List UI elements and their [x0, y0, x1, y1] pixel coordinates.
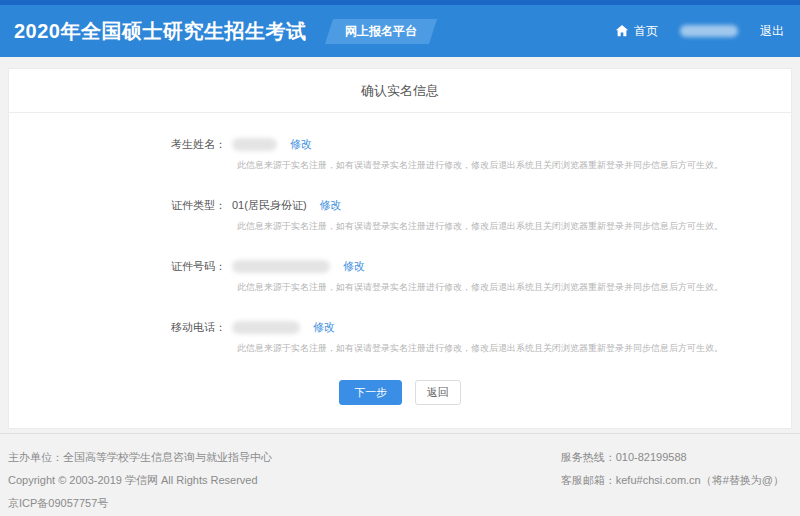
idtype-label: 证件类型： [9, 198, 226, 213]
site-title: 2020年全国硕士研究生招生考试 [14, 18, 307, 45]
name-hint: 此信息来源于实名注册，如有误请登录实名注册进行修改，修改后退出系统且关闭浏览器重… [237, 159, 771, 171]
idtype-hint: 此信息来源于实名注册，如有误请登录实名注册进行修改，修改后退出系统且关闭浏览器重… [237, 220, 771, 232]
logout-link[interactable]: 退出 [760, 23, 784, 40]
footer-left: 主办单位：全国高等学校学生信息咨询与就业指导中心 Copyright © 200… [8, 446, 272, 516]
name-value-redacted [232, 138, 277, 151]
platform-badge: 网上报名平台 [324, 19, 436, 44]
idtype-value: 01(居民身份证) [232, 198, 307, 213]
idtype-modify-link[interactable]: 修改 [320, 198, 342, 213]
header: 2020年全国硕士研究生招生考试 网上报名平台 首页 退出 [0, 5, 800, 57]
phone-hint: 此信息来源于实名注册，如有误请登录实名注册进行修改，修改后退出系统且关闭浏览器重… [237, 342, 771, 354]
nav-home-label: 首页 [634, 23, 658, 40]
footer-email: 客服邮箱：kefu#chsi.com.cn（将#替换为@） [561, 469, 784, 492]
footer-copyright: Copyright © 2003-2019 学信网 All Rights Res… [8, 469, 272, 492]
footer-icp: 京ICP备09057757号 [8, 492, 272, 515]
field-row-name: 考生姓名： 修改 此信息来源于实名注册，如有误请登录实名注册进行修改，修改后退出… [9, 136, 791, 171]
phone-label: 移动电话： [9, 320, 226, 335]
idnumber-hint: 此信息来源于实名注册，如有误请登录实名注册进行修改，修改后退出系统且关闭浏览器重… [237, 281, 771, 293]
idnumber-modify-link[interactable]: 修改 [343, 259, 365, 274]
back-button[interactable]: 返回 [415, 380, 461, 405]
realname-form: 考生姓名： 修改 此信息来源于实名注册，如有误请登录实名注册进行修改，修改后退出… [9, 113, 791, 428]
confirm-card: 确认实名信息 考生姓名： 修改 此信息来源于实名注册，如有误请登录实名注册进行修… [8, 68, 792, 429]
home-icon [615, 24, 629, 38]
field-row-idnumber: 证件号码： 修改 此信息来源于实名注册，如有误请登录实名注册进行修改，修改后退出… [9, 258, 791, 293]
footer-hotline: 服务热线：010-82199588 [561, 446, 784, 469]
phone-modify-link[interactable]: 修改 [313, 320, 335, 335]
name-label: 考生姓名： [9, 137, 226, 152]
field-row-phone: 移动电话： 修改 此信息来源于实名注册，如有误请登录实名注册进行修改，修改后退出… [9, 319, 791, 354]
name-modify-link[interactable]: 修改 [290, 137, 312, 152]
header-nav: 首页 退出 [615, 23, 784, 40]
platform-badge-label: 网上报名平台 [345, 23, 417, 40]
phone-value-redacted [232, 321, 300, 334]
idnumber-label: 证件号码： [9, 259, 226, 274]
form-actions: 下一步 返回 [9, 380, 791, 428]
page-title: 确认实名信息 [9, 69, 791, 113]
footer-organizer: 主办单位：全国高等学校学生信息咨询与就业指导中心 [8, 446, 272, 469]
next-step-button[interactable]: 下一步 [339, 380, 402, 405]
field-row-idtype: 证件类型： 01(居民身份证) 修改 此信息来源于实名注册，如有误请登录实名注册… [9, 197, 791, 232]
footer-right: 服务热线：010-82199588 客服邮箱：kefu#chsi.com.cn（… [561, 446, 784, 516]
nav-home-link[interactable]: 首页 [615, 23, 658, 40]
username-redacted [680, 25, 738, 37]
footer: 主办单位：全国高等学校学生信息咨询与就业指导中心 Copyright © 200… [0, 433, 800, 516]
idnumber-value-redacted [232, 260, 330, 273]
